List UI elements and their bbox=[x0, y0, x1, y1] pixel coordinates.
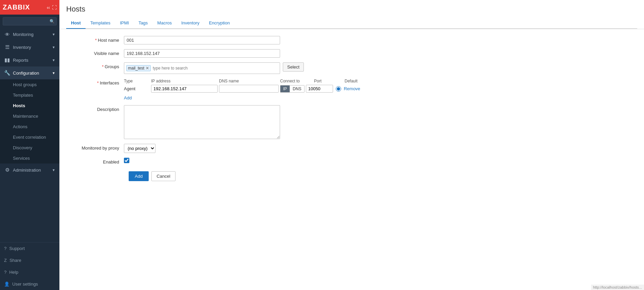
description-row: Description bbox=[70, 105, 634, 139]
help-label: Help bbox=[9, 270, 18, 275]
iface-header-ip: IP address bbox=[151, 79, 219, 83]
sidebar-item-host-groups[interactable]: Host groups bbox=[0, 79, 59, 90]
interfaces-headers: Type IP address DNS name Connect to Port… bbox=[124, 79, 372, 83]
support-label: Support bbox=[9, 246, 25, 251]
user-settings-label: User settings bbox=[12, 282, 38, 287]
iface-header-type: Type bbox=[124, 79, 151, 83]
expand-icon[interactable]: ⛶ bbox=[52, 5, 57, 10]
connect-buttons: IP DNS bbox=[280, 85, 305, 93]
sidebar-item-event-correlation[interactable]: Event correlation bbox=[0, 132, 59, 142]
proxy-row: Monitored by proxy (no proxy) bbox=[70, 144, 634, 153]
sidebar-item-administration[interactable]: ⚙ Administration ▼ bbox=[0, 163, 59, 176]
groups-container: mail_test ✕ bbox=[124, 62, 280, 74]
host-name-row: *Host name bbox=[70, 36, 634, 44]
status-bar: http://localhost/zabbix/hosts... bbox=[591, 285, 644, 290]
sidebar-item-maintenance[interactable]: Maintenance bbox=[0, 111, 59, 121]
reports-arrow: ▼ bbox=[52, 58, 55, 62]
sidebar-item-support[interactable]: ? Support bbox=[0, 243, 59, 254]
tab-macros[interactable]: Macros bbox=[152, 18, 177, 29]
main-content: Hosts Host Templates IPMI Tags Macros In… bbox=[59, 0, 644, 290]
required-star: * bbox=[95, 38, 97, 43]
sidebar-item-reports[interactable]: ▮▮ Reports ▼ bbox=[0, 54, 59, 66]
sidebar-header: ZABBIX ‹‹ ⛶ bbox=[0, 0, 59, 15]
inventory-arrow: ▼ bbox=[52, 45, 55, 49]
search-icon: 🔍 bbox=[50, 19, 55, 24]
iface-port-input[interactable] bbox=[306, 85, 333, 93]
support-icon: ? bbox=[4, 246, 6, 251]
cancel-button[interactable]: Cancel bbox=[151, 171, 175, 181]
proxy-select[interactable]: (no proxy) bbox=[124, 144, 155, 153]
sidebar-item-inventory[interactable]: ☰ Inventory ▼ bbox=[0, 41, 59, 54]
sidebar-item-templates[interactable]: Templates bbox=[0, 90, 59, 100]
add-button[interactable]: Add bbox=[129, 171, 149, 181]
form-area: *Host name Visible name *Groups bbox=[59, 29, 644, 290]
visible-name-input[interactable] bbox=[124, 49, 280, 58]
interfaces-required-star: * bbox=[97, 80, 99, 85]
visible-name-label: Visible name bbox=[70, 49, 124, 56]
interfaces-row: *Interfaces Type IP address DNS name Con… bbox=[70, 79, 634, 100]
share-icon: Z bbox=[4, 258, 7, 263]
administration-icon: ⚙ bbox=[4, 167, 10, 173]
iface-type-label: Agent bbox=[124, 86, 151, 91]
host-name-input[interactable] bbox=[124, 36, 280, 44]
iface-remove-link[interactable]: Remove bbox=[344, 86, 360, 91]
visible-name-field-wrap bbox=[124, 49, 280, 58]
tab-encryption[interactable]: Encryption bbox=[204, 18, 234, 29]
sidebar-item-user-settings[interactable]: 👤 User settings bbox=[0, 278, 59, 290]
tab-inventory[interactable]: Inventory bbox=[177, 18, 204, 29]
tab-host[interactable]: Host bbox=[66, 18, 86, 29]
monitoring-label: Monitoring bbox=[13, 32, 34, 37]
iface-add-link[interactable]: Add bbox=[124, 95, 372, 100]
iface-header-default: Default bbox=[345, 79, 372, 83]
group-tag-label: mail_test bbox=[128, 66, 144, 71]
nav-section: 👁 Monitoring ▼ ☰ Inventory ▼ ▮▮ Reports … bbox=[0, 28, 59, 176]
host-name-field-wrap bbox=[124, 36, 280, 44]
proxy-label: Monitored by proxy bbox=[70, 144, 124, 151]
description-textarea[interactable] bbox=[124, 105, 280, 139]
groups-label: *Groups bbox=[70, 62, 124, 69]
iface-header-port: Port bbox=[314, 79, 345, 83]
page-title: Hosts bbox=[66, 5, 637, 14]
enabled-row: Enabled bbox=[70, 158, 634, 165]
sidebar-item-share[interactable]: Z Share bbox=[0, 254, 59, 266]
search-input[interactable] bbox=[3, 17, 57, 25]
tab-ipmi[interactable]: IPMI bbox=[115, 18, 134, 29]
group-search-input[interactable] bbox=[152, 65, 278, 71]
enabled-checkbox[interactable] bbox=[124, 158, 129, 163]
administration-label: Administration bbox=[13, 168, 41, 173]
interfaces-content: Type IP address DNS name Connect to Port… bbox=[124, 79, 372, 100]
connect-dns-button[interactable]: DNS bbox=[290, 85, 304, 93]
reports-icon: ▮▮ bbox=[4, 57, 10, 63]
logo: ZABBIX bbox=[3, 3, 30, 11]
tabs: Host Templates IPMI Tags Macros Inventor… bbox=[66, 18, 637, 29]
sidebar-item-monitoring[interactable]: 👁 Monitoring ▼ bbox=[0, 28, 59, 41]
tab-tags[interactable]: Tags bbox=[134, 18, 152, 29]
groups-row: *Groups mail_test ✕ Select bbox=[70, 62, 634, 74]
sidebar-item-configuration[interactable]: 🔧 Configuration ▼ bbox=[0, 66, 59, 79]
form-actions: Add Cancel bbox=[70, 171, 634, 181]
sidebar-item-help[interactable]: ? Help bbox=[0, 266, 59, 278]
iface-default-radio[interactable] bbox=[336, 86, 341, 92]
sidebar-item-actions[interactable]: Actions bbox=[0, 121, 59, 132]
collapse-icon[interactable]: ‹‹ bbox=[47, 5, 50, 10]
group-tag-mail-test: mail_test ✕ bbox=[126, 65, 151, 71]
iface-ip-input[interactable] bbox=[151, 85, 218, 93]
reports-label: Reports bbox=[13, 58, 29, 63]
sidebar-item-services[interactable]: Services bbox=[0, 153, 59, 163]
host-name-label: *Host name bbox=[70, 36, 124, 43]
interfaces-label: *Interfaces bbox=[70, 79, 124, 85]
search-box: 🔍 bbox=[0, 15, 59, 28]
tab-templates[interactable]: Templates bbox=[86, 18, 115, 29]
sidebar-item-hosts[interactable]: Hosts bbox=[0, 100, 59, 111]
groups-input-box[interactable]: mail_test ✕ bbox=[124, 62, 280, 74]
inventory-icon: ☰ bbox=[4, 44, 10, 50]
connect-ip-button[interactable]: IP bbox=[280, 85, 290, 93]
sidebar-item-discovery[interactable]: Discovery bbox=[0, 142, 59, 153]
help-icon: ? bbox=[4, 270, 6, 275]
iface-dns-input[interactable] bbox=[219, 85, 279, 93]
select-button[interactable]: Select bbox=[283, 62, 304, 72]
share-label: Share bbox=[10, 258, 21, 263]
page-header: Hosts Host Templates IPMI Tags Macros In… bbox=[59, 0, 644, 29]
interface-row-agent: Agent IP DNS Remove bbox=[124, 85, 372, 93]
group-tag-remove[interactable]: ✕ bbox=[146, 66, 149, 71]
